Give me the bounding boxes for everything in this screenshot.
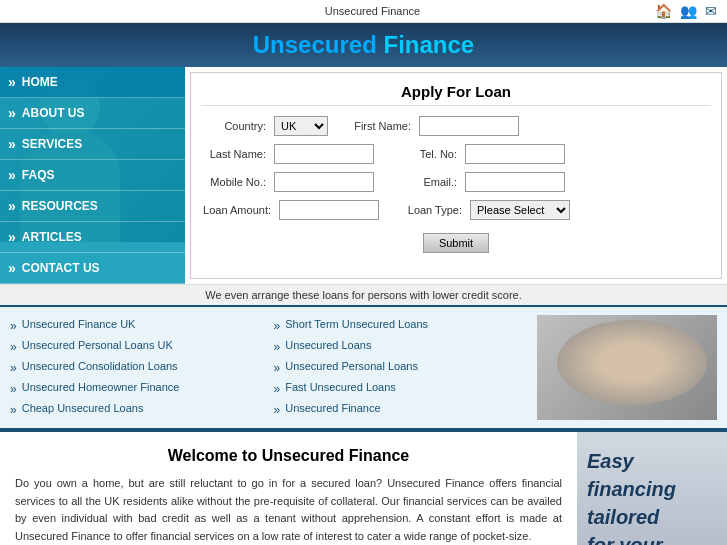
mobile-label: Mobile No.:: [201, 176, 266, 188]
last-name-label: Last Name:: [201, 148, 266, 160]
nav-item-home[interactable]: » HOME: [0, 67, 185, 98]
first-name-label: First Name:: [336, 120, 411, 132]
loan-amount-input[interactable]: [279, 200, 379, 220]
nav-item-faqs[interactable]: » FAQs: [0, 160, 185, 191]
mail-icon[interactable]: ✉: [705, 3, 717, 19]
loan-amount-label: Loan Amount:: [201, 204, 271, 216]
list-item[interactable]: » Unsecured Finance: [274, 399, 538, 420]
links-col-left: » Unsecured Finance UK » Unsecured Perso…: [10, 315, 274, 420]
list-item[interactable]: » Fast Unsecured Loans: [274, 378, 538, 399]
link-text-4: Unsecured Homeowner Finance: [22, 381, 180, 393]
email-input[interactable]: [465, 172, 565, 192]
link-text-r3: Unsecured Personal Loans: [285, 360, 418, 372]
bottom-main: Welcome to Unsecured Finance Do you own …: [0, 432, 577, 545]
top-bar-title: Unsecured Finance: [90, 5, 655, 17]
form-row-submit: Submit: [201, 228, 711, 253]
nav-items: » HOME » ABOUT US » SERVICES » FAQs » RE…: [0, 67, 185, 284]
link-text-2: Unsecured Personal Loans UK: [22, 339, 173, 351]
list-item[interactable]: » Unsecured Loans: [274, 336, 538, 357]
nav-item-about[interactable]: » ABOUT US: [0, 98, 185, 129]
link-text-5: Cheap Unsecured Loans: [22, 402, 144, 414]
nav-label-resources: RESOURCES: [22, 199, 98, 213]
country-select[interactable]: UK US Other: [274, 116, 328, 136]
country-label: Country:: [201, 120, 266, 132]
links-decorative-image: [537, 315, 717, 420]
form-row-loan: Loan Amount: Loan Type: Please Select Pe…: [201, 200, 711, 220]
last-name-input[interactable]: [274, 144, 374, 164]
link-arrow-4: »: [10, 382, 17, 396]
list-item[interactable]: » Unsecured Finance UK: [10, 315, 274, 336]
link-arrow-r1: »: [274, 319, 281, 333]
nav-arrow-articles: »: [8, 229, 16, 245]
site-header: Unsecured Finance: [0, 23, 727, 67]
nav-arrow-contact: »: [8, 260, 16, 276]
link-text-r5: Unsecured Finance: [285, 402, 380, 414]
tel-label: Tel. No:: [382, 148, 457, 160]
link-arrow-2: »: [10, 340, 17, 354]
link-arrow-3: »: [10, 361, 17, 375]
nav-label-faqs: FAQs: [22, 168, 55, 182]
nav-item-articles[interactable]: » ARTICLES: [0, 222, 185, 253]
list-item[interactable]: » Unsecured Consolidation Loans: [10, 357, 274, 378]
title-plain: Unsecured: [253, 31, 384, 58]
link-arrow-1: »: [10, 319, 17, 333]
tagline: Easy financing tailored for your: [587, 447, 676, 545]
site-title: Unsecured Finance: [253, 31, 474, 58]
loan-type-label: Loan Type:: [387, 204, 462, 216]
bottom-title: Welcome to Unsecured Finance: [15, 447, 562, 465]
list-item[interactable]: » Unsecured Personal Loans: [274, 357, 538, 378]
nav-arrow-home: »: [8, 74, 16, 90]
bottom-text: Do you own a home, but are still relucta…: [15, 475, 562, 545]
top-bar-icons: 🏠 👥 ✉: [655, 3, 717, 19]
tel-input[interactable]: [465, 144, 565, 164]
links-col-right: » Short Term Unsecured Loans » Unsecured…: [274, 315, 538, 420]
nav-arrow-faqs: »: [8, 167, 16, 183]
list-item[interactable]: » Unsecured Homeowner Finance: [10, 378, 274, 399]
submit-button[interactable]: Submit: [423, 233, 489, 253]
form-row-country: Country: UK US Other First Name:: [201, 116, 711, 136]
left-nav: » HOME » ABOUT US » SERVICES » FAQs » RE…: [0, 67, 185, 284]
link-arrow-r5: »: [274, 403, 281, 417]
form-row-lastname: Last Name: Tel. No:: [201, 144, 711, 164]
nav-item-contact[interactable]: » CONTACT US: [0, 253, 185, 284]
nav-label-home: HOME: [22, 75, 58, 89]
list-item[interactable]: » Cheap Unsecured Loans: [10, 399, 274, 420]
top-bar: Unsecured Finance 🏠 👥 ✉: [0, 0, 727, 23]
loan-type-select[interactable]: Please Select Personal Consolidation Hom…: [470, 200, 570, 220]
link-text-r4: Fast Unsecured Loans: [285, 381, 396, 393]
users-icon[interactable]: 👥: [680, 3, 697, 19]
form-note: We even arrange these loans for persons …: [0, 284, 727, 305]
tagline-word-1: Easy: [587, 447, 676, 475]
links-section: » Unsecured Finance UK » Unsecured Perso…: [0, 305, 727, 430]
tagline-word-2: financing: [587, 475, 676, 503]
nav-item-services[interactable]: » SERVICES: [0, 129, 185, 160]
nav-arrow-about: »: [8, 105, 16, 121]
link-text-r1: Short Term Unsecured Loans: [285, 318, 428, 330]
link-text-3: Unsecured Consolidation Loans: [22, 360, 178, 372]
bottom-right-panel: Easy financing tailored for your: [577, 432, 727, 545]
link-text-r2: Unsecured Loans: [285, 339, 371, 351]
main-content: » HOME » ABOUT US » SERVICES » FAQs » RE…: [0, 67, 727, 284]
loan-form-area: Apply For Loan Country: UK US Other Firs…: [190, 72, 722, 279]
form-row-mobile: Mobile No.: Email.:: [201, 172, 711, 192]
nav-item-resources[interactable]: » RESOURCES: [0, 191, 185, 222]
mobile-input[interactable]: [274, 172, 374, 192]
title-accent: Finance: [384, 31, 475, 58]
list-item[interactable]: » Unsecured Personal Loans UK: [10, 336, 274, 357]
link-arrow-r4: »: [274, 382, 281, 396]
nav-arrow-resources: »: [8, 198, 16, 214]
link-arrow-r2: »: [274, 340, 281, 354]
list-item[interactable]: » Short Term Unsecured Loans: [274, 315, 538, 336]
nav-label-contact: CONTACT US: [22, 261, 100, 275]
nav-label-articles: ARTICLES: [22, 230, 82, 244]
tagline-word-3: tailored: [587, 503, 676, 531]
nav-label-services: SERVICES: [22, 137, 82, 151]
first-name-input[interactable]: [419, 116, 519, 136]
nav-label-about: ABOUT US: [22, 106, 85, 120]
nav-arrow-services: »: [8, 136, 16, 152]
tagline-word-4: for your: [587, 531, 676, 545]
email-label: Email.:: [382, 176, 457, 188]
home-icon[interactable]: 🏠: [655, 3, 672, 19]
link-text-1: Unsecured Finance UK: [22, 318, 136, 330]
link-arrow-5: »: [10, 403, 17, 417]
